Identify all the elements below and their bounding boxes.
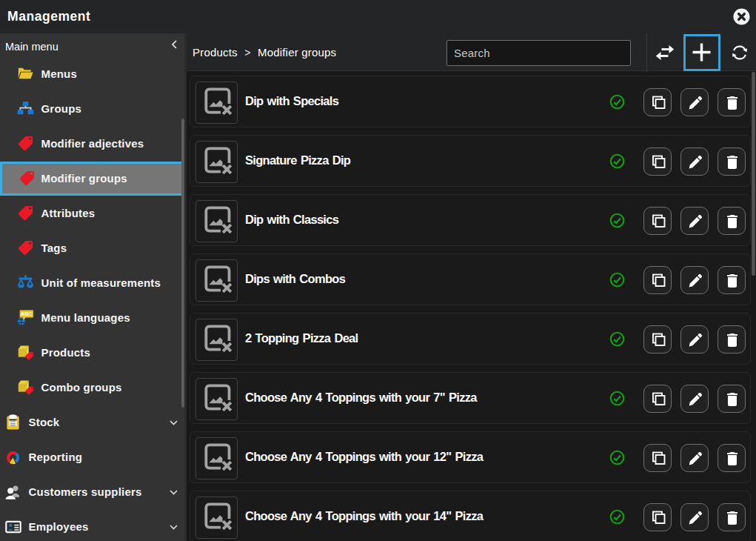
svg-text:ABC: ABC	[21, 311, 33, 317]
